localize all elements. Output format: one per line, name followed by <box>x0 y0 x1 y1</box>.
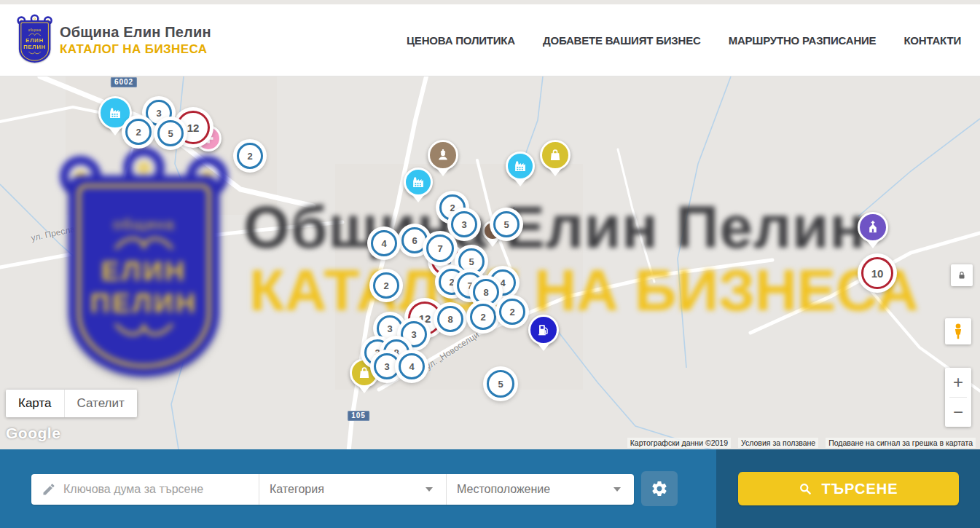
cluster-marker[interactable]: 5 <box>487 370 514 398</box>
zoom-out-button[interactable]: − <box>945 398 971 427</box>
cluster-marker[interactable]: 5 <box>458 248 485 275</box>
road-badge: 105 <box>348 411 369 421</box>
emblem-text-small: община <box>28 28 42 32</box>
cluster-marker[interactable]: 3 <box>377 315 403 342</box>
search-button[interactable]: ТЪРСЕНЕ <box>738 472 959 505</box>
location-dropdown-label: Местоположение <box>457 483 614 496</box>
site-subtitle: КАТАЛОГ НА БИЗНЕСА <box>60 42 211 57</box>
search-button-panel: ТЪРСЕНЕ <box>716 449 980 528</box>
brand[interactable]: община ЕЛИН ПЕЛИН Община Елин Пелин КАТА… <box>17 17 211 63</box>
main-nav: ЦЕНОВА ПОЛИТИКА ДОБАВЕТЕ ВАШИЯТ БИЗНЕС М… <box>407 34 961 47</box>
cluster-marker[interactable]: 2 <box>499 299 525 325</box>
category-dropdown-label: Категория <box>270 483 426 496</box>
satellite-tab[interactable]: Сателит <box>64 390 137 417</box>
emblem-text-small: община <box>113 215 175 232</box>
factory-marker[interactable] <box>404 168 433 197</box>
cluster-marker[interactable]: 2 <box>125 119 152 145</box>
google-logo[interactable]: Google <box>6 425 60 442</box>
header: община ЕЛИН ПЕЛИН Община Елин Пелин КАТА… <box>0 0 980 76</box>
road-badge: 6002 <box>111 77 137 87</box>
nav-item-pricing[interactable]: ЦЕНОВА ПОЛИТИКА <box>407 34 515 47</box>
cluster-marker[interactable]: 2 <box>373 272 399 299</box>
factory-marker[interactable] <box>506 151 535 181</box>
cluster-marker[interactable]: 10 <box>861 257 893 289</box>
street-view-pegman[interactable] <box>945 318 971 344</box>
cluster-marker[interactable]: 5 <box>493 211 520 237</box>
emblem-name-line1: ЕЛИН <box>101 256 187 285</box>
watermark-coat-of-arms: община ЕЛИН ПЕЛИН <box>62 158 226 377</box>
location-dropdown[interactable]: Местоположение <box>446 474 634 505</box>
cluster-marker[interactable]: 2 <box>470 304 496 330</box>
nav-item-add-business[interactable]: ДОБАВЕТЕ ВАШИЯТ БИЗНЕС <box>543 34 701 47</box>
map-attribution: Картографски данни ©2019 Условия за полз… <box>627 438 976 448</box>
keyword-section <box>31 474 259 505</box>
chevron-down-icon <box>614 487 621 492</box>
chevron-down-icon <box>426 487 433 492</box>
emblem-name-line2: ПЕЛИН <box>90 288 197 317</box>
search-icon <box>798 481 812 496</box>
search-panel: Категория Местоположение ТЪРСЕНЕ <box>0 449 980 528</box>
cluster-marker[interactable]: 2 <box>237 143 263 169</box>
emblem-ornament <box>110 320 178 337</box>
emblem-ornament <box>110 235 178 253</box>
cluster-marker[interactable]: 4 <box>399 353 425 379</box>
emblem-name-line2: ПЕЛИН <box>23 44 46 50</box>
emblem-name-line1: ЕЛИН <box>26 37 44 43</box>
zoom-control: + − <box>945 368 971 427</box>
bag-marker[interactable] <box>540 140 571 170</box>
cluster-marker[interactable]: 8 <box>437 306 463 332</box>
nav-item-route-schedule[interactable]: МАРШРУТНО РАЗПИСАНИЕ <box>729 34 877 47</box>
church-marker[interactable] <box>858 212 888 243</box>
cluster-marker[interactable]: 4 <box>371 230 397 256</box>
cluster-marker[interactable]: 7 <box>426 235 454 262</box>
category-dropdown[interactable]: Категория <box>259 474 446 505</box>
cluster-marker[interactable]: 3 <box>374 353 400 379</box>
terms-link[interactable]: Условия за ползване <box>738 438 818 448</box>
attribution-copyright: Картографски данни ©2019 <box>627 438 731 448</box>
keyword-search-input[interactable] <box>63 483 248 496</box>
cluster-marker[interactable]: 5 <box>157 120 184 146</box>
cluster-marker[interactable]: 8 <box>473 279 499 305</box>
cluster-marker[interactable]: 3 <box>451 211 477 237</box>
worker-marker[interactable] <box>428 140 458 170</box>
report-error-link[interactable]: Подаване на сигнал за грешка в картата <box>826 438 976 448</box>
emblem-ornament <box>28 51 42 55</box>
search-button-label: ТЪРСЕНЕ <box>821 481 898 497</box>
nav-item-contacts[interactable]: КОНТАКТИ <box>903 34 961 47</box>
emblem-ornament <box>28 33 42 36</box>
fuel-marker[interactable] <box>528 315 559 345</box>
gear-icon <box>651 480 668 497</box>
lock-icon[interactable] <box>951 264 973 286</box>
map-tab[interactable]: Карта <box>6 390 64 417</box>
pegman-icon <box>949 322 968 341</box>
municipality-coat-of-arms: община ЕЛИН ПЕЛИН <box>17 17 52 63</box>
advanced-settings-button[interactable] <box>641 471 678 506</box>
cluster-marker[interactable]: 6 <box>401 227 428 253</box>
pencil-icon <box>42 482 56 497</box>
search-fieldbar: Категория Местоположение <box>31 474 634 505</box>
zoom-in-button[interactable]: + <box>945 368 971 397</box>
site-title: Община Елин Пелин <box>60 24 211 41</box>
map-type-control: Карта Сателит <box>6 390 137 417</box>
map-canvas[interactable]: 6002105ул. Преславбул. „Новоселци"ции" о… <box>0 76 980 449</box>
